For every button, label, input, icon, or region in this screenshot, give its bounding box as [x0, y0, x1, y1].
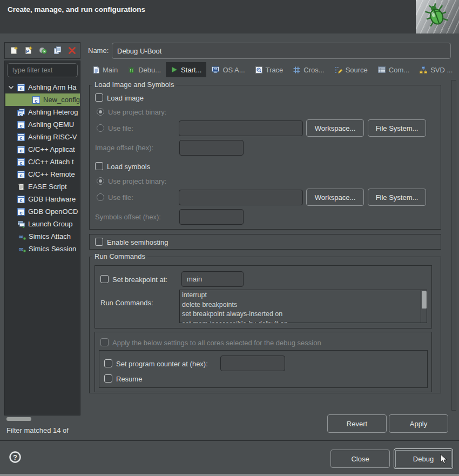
tab-label: Cros...: [303, 66, 324, 74]
tree-item-new-config[interactable]: cNew_config: [5, 93, 80, 106]
svg-text:c: c: [19, 197, 22, 203]
tab-com[interactable]: Com...: [373, 62, 414, 77]
set-pc-label: Set program counter at (hex):: [116, 360, 208, 368]
symbols-file-input[interactable]: [179, 190, 303, 205]
symbols-use-file-radio: [97, 193, 104, 201]
svg-text:c: c: [19, 111, 22, 116]
tree-item-label: Simics Session: [29, 245, 76, 253]
tab-label: Source: [346, 66, 368, 74]
new-prototype-button[interactable]: P: [24, 46, 33, 55]
new-configuration-button[interactable]: [9, 46, 18, 55]
tab-osa[interactable]: OSOS A...: [206, 62, 249, 77]
source-icon: [334, 66, 343, 74]
svg-text:P: P: [26, 49, 29, 54]
chevron-down-icon[interactable]: [8, 85, 17, 90]
tree-item-c-c-remote[interactable]: cC/C++ Remote: [5, 168, 80, 180]
tab-start[interactable]: Start...: [166, 62, 206, 77]
load-image-checkbox[interactable]: [95, 93, 103, 102]
tree-item-ashling-qemu[interactable]: cAshling QEMU: [5, 118, 80, 131]
image-workspace-button[interactable]: Workspace...: [306, 119, 364, 137]
image-use-file-radio: [97, 124, 104, 132]
hash-icon: [293, 66, 301, 74]
vertical-scrollbar-track[interactable]: [451, 80, 456, 411]
close-button[interactable]: Close: [330, 450, 390, 468]
apply-button[interactable]: Apply: [389, 414, 448, 433]
filter-input[interactable]: [7, 63, 78, 77]
svg-text:c: c: [19, 159, 22, 165]
svg-text:c: c: [19, 172, 22, 178]
tab-debu[interactable]: Debu...: [123, 62, 166, 77]
set-breakpoint-label: Set breakpoint at:: [112, 276, 167, 284]
tab-trace[interactable]: Trace: [250, 62, 288, 77]
tab-svd[interactable]: SVD ...: [414, 62, 457, 77]
tree-item-ashling-arm-ha[interactable]: cAshling Arm Ha: [5, 81, 80, 93]
tree-item-label: GDB OpenOCD: [28, 207, 78, 216]
beetle-icon: [422, 2, 450, 32]
load-symbols-label: Load symbols: [107, 163, 150, 171]
tab-label: OS A...: [222, 66, 245, 74]
tree-item-label: C/C++ Applicat: [28, 145, 75, 153]
symbols-workspace-button[interactable]: Workspace...: [306, 189, 364, 206]
os-monitor-icon: OS: [211, 66, 220, 74]
configurations-toolbar: P: [4, 42, 80, 59]
apply-all-cores-label: Apply the below settings to all cores se…: [112, 339, 321, 347]
tree-item-launch-group[interactable]: Launch Group: [5, 218, 80, 230]
symbols-offset-input[interactable]: [179, 209, 244, 225]
run-commands-textarea[interactable]: interruptdelete breakpointsset breakpoin…: [179, 290, 427, 323]
c-app-icon: c: [17, 84, 25, 91]
tree-item-label: C/C++ Attach t: [28, 158, 74, 166]
tab-label: Start...: [181, 66, 201, 74]
image-offset-input[interactable]: [179, 140, 244, 156]
tree-item-gdb-hardware[interactable]: cGDB Hardware: [5, 193, 80, 205]
breakpoint-input[interactable]: [181, 271, 244, 287]
svg-text:c: c: [35, 97, 37, 103]
play-icon: [171, 66, 178, 73]
name-input[interactable]: [112, 43, 451, 59]
run-command-line: interrupt: [182, 291, 418, 300]
image-use-file-label: Use file:: [108, 124, 133, 132]
pc-input[interactable]: [220, 356, 285, 371]
duplicate-configuration-button[interactable]: [53, 46, 62, 55]
footer-separator: [0, 440, 459, 441]
revert-button[interactable]: Revert: [327, 414, 387, 433]
tree-item-c-c-applicat[interactable]: cC/C++ Applicat: [5, 143, 80, 156]
tree-item-ashling-risc-v[interactable]: cAshling RISC-V: [5, 131, 80, 143]
delete-configuration-button[interactable]: [68, 46, 77, 55]
apply-all-cores-checkbox: [100, 338, 109, 346]
load-symbols-checkbox[interactable]: [95, 162, 103, 170]
set-breakpoint-checkbox[interactable]: [100, 275, 109, 283]
tree-item-c-c-attach-t[interactable]: cC/C++ Attach t: [5, 156, 80, 168]
export-configuration-button[interactable]: [38, 46, 48, 55]
resume-checkbox[interactable]: [104, 374, 112, 383]
tree-item-label: Ashling RISC-V: [28, 133, 77, 141]
image-file-input[interactable]: [179, 120, 303, 136]
tree-item-simics-session[interactable]: ∞Simics Session: [5, 243, 80, 255]
image-filesystem-button[interactable]: File System...: [368, 119, 426, 137]
help-button[interactable]: ?: [9, 451, 22, 464]
tab-source[interactable]: Source: [329, 62, 373, 77]
run-commands-scrollbar-track[interactable]: [421, 290, 427, 323]
load-group-legend: Load Image and Symbols: [92, 81, 176, 89]
tree-item-ease-script[interactable]: EASE Script: [5, 180, 80, 193]
tree-item-ashling-heterog[interactable]: cAshling Heterog: [5, 106, 80, 118]
c-app-icon: c: [17, 133, 25, 141]
enable-semihosting-checkbox[interactable]: [95, 238, 103, 246]
image-offset-label: Image offset (hex):: [95, 144, 153, 152]
bug-icon: [127, 66, 136, 74]
filter-status: Filter matched 14 of: [6, 426, 81, 434]
run-commands-scrollbar-thumb[interactable]: [422, 291, 427, 309]
tab-label: Trace: [266, 66, 284, 74]
horizontal-scrollbar-thumb[interactable]: [6, 417, 31, 421]
banner-image: [416, 0, 459, 33]
tab-cros[interactable]: Cros...: [288, 62, 329, 77]
tree-item-simics-attach[interactable]: ∞Simics Attach: [5, 230, 80, 243]
tab-main[interactable]: Main: [88, 62, 123, 77]
tree-item-gdb-openocd[interactable]: cGDB OpenOCD: [5, 205, 80, 218]
set-pc-checkbox[interactable]: [104, 359, 112, 367]
debug-button[interactable]: Debug: [394, 448, 453, 469]
tree-item-label: GDB Hardware: [28, 195, 76, 203]
symbols-filesystem-button[interactable]: File System...: [368, 189, 426, 206]
image-use-project-binary-radio: [97, 108, 104, 116]
tree-item-label: Ashling QEMU: [28, 120, 74, 129]
svg-text:OS: OS: [214, 68, 218, 71]
